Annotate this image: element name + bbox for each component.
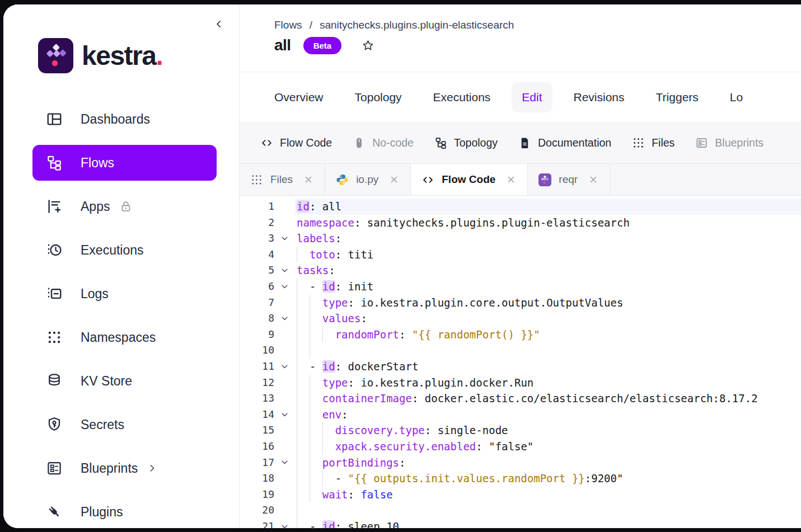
code-text[interactable]: xpack.security.enabled: "false" [294, 439, 801, 455]
toolbar-label: Files [652, 136, 674, 149]
editor-tab-io-py[interactable]: io.py [325, 164, 411, 195]
editor-tab-reqr[interactable]: reqr [528, 164, 610, 195]
code-token: : titi [335, 248, 374, 261]
fold-chevron-icon[interactable] [274, 407, 294, 423]
beta-badge: Beta [303, 37, 342, 54]
code-text[interactable] [294, 342, 801, 359]
toolbar-flow-code[interactable]: Flow Code [260, 136, 332, 149]
code-line[interactable]: 21 - id: sleep_10 [240, 519, 801, 528]
code-line[interactable]: 13 containerImage: docker.elastic.co/ela… [240, 390, 801, 407]
fold-chevron-icon[interactable] [274, 279, 294, 295]
sidebar-item-apps[interactable]: Apps [32, 189, 217, 224]
toolbar-no-code[interactable]: No-code [353, 136, 414, 149]
code-line[interactable]: 4 toto: titi [240, 247, 801, 263]
sidebar-item-namespaces[interactable]: Namespaces [32, 319, 217, 355]
toolbar-label: No-code [372, 136, 414, 149]
fold-chevron-icon[interactable] [274, 262, 294, 279]
fold-spacer [274, 439, 294, 455]
code-line[interactable]: 16 xpack.security.enabled: "false" [240, 439, 801, 455]
code-line[interactable]: 9 randomPort: "{{ randomPort() }}" [240, 327, 801, 343]
code-line[interactable]: 11 - id: dockerStart [240, 359, 801, 375]
code-text[interactable]: - "{{ outputs.init.values.randomPort }}:… [294, 470, 801, 487]
sidebar-item-logs[interactable]: Logs [32, 276, 217, 312]
fold-chevron-icon[interactable] [274, 519, 294, 528]
editor-tab-files[interactable]: Files [240, 164, 325, 195]
code-text[interactable]: portBindings: [294, 455, 801, 471]
code-line[interactable]: 8 values: [240, 310, 801, 327]
sidebar-item-flows[interactable]: Flows [32, 145, 217, 181]
tab-lo[interactable]: Lo [720, 82, 753, 112]
close-icon[interactable] [388, 174, 400, 185]
indent-guide [310, 407, 310, 423]
editor-tab-flow-code[interactable]: Flow Code [411, 164, 528, 195]
code-line[interactable]: 3labels: [240, 230, 801, 247]
tab-revisions[interactable]: Revisions [564, 82, 635, 112]
close-icon[interactable] [303, 174, 314, 185]
title-row: all Beta [274, 36, 801, 54]
close-icon[interactable] [505, 174, 517, 185]
code-text[interactable]: env: [294, 407, 801, 423]
code-line[interactable]: 1id: all [240, 199, 801, 215]
sidebar-item-kv-store[interactable]: KV Store [32, 363, 217, 399]
editor-tab-label: Files [270, 173, 293, 186]
code-line[interactable]: 20 [240, 502, 801, 519]
code-line[interactable]: 19 wait: false [240, 487, 801, 503]
code-token: : [335, 232, 341, 244]
code-text[interactable]: labels: [294, 230, 801, 247]
tab-executions[interactable]: Executions [423, 82, 501, 112]
indent-guide [322, 327, 323, 343]
indent-guide [297, 502, 297, 519]
indent-guide [297, 470, 297, 487]
code-text[interactable]: - id: dockerStart [294, 359, 801, 375]
code-text[interactable]: values: [294, 310, 801, 327]
toolbar-documentation[interactable]: Documentation [518, 136, 611, 149]
code-line[interactable]: 18 - "{{ outputs.init.values.randomPort … [240, 470, 801, 487]
toolbar-topology[interactable]: Topology [434, 136, 498, 149]
code-text[interactable]: namespace: sanitychecks.plugins.plugin-e… [294, 215, 801, 231]
code-line[interactable]: 6 - id: init [240, 279, 801, 295]
logo[interactable]: kestra. [38, 38, 239, 73]
code-text[interactable]: id: all [294, 199, 801, 215]
tab-overview[interactable]: Overview [264, 82, 334, 112]
code-text[interactable]: randomPort: "{{ randomPort() }}" [294, 327, 801, 343]
tab-topology[interactable]: Topology [345, 82, 412, 112]
code-text[interactable]: toto: titi [294, 247, 801, 263]
code-line[interactable]: 5tasks: [240, 262, 801, 279]
code-text[interactable]: containerImage: docker.elastic.co/elasti… [294, 390, 801, 407]
code-line[interactable]: 17 portBindings: [240, 455, 801, 471]
star-icon[interactable] [362, 39, 374, 52]
code-text[interactable]: tasks: [294, 262, 801, 279]
sidebar-collapse-button[interactable] [213, 18, 224, 30]
code-line[interactable]: 14 env: [240, 407, 801, 423]
indent-guide [310, 455, 310, 471]
sidebar-item-executions[interactable]: Executions [32, 232, 217, 268]
fold-chevron-icon[interactable] [274, 310, 294, 327]
code-text[interactable] [294, 502, 801, 519]
code-line[interactable]: 12 type: io.kestra.plugin.docker.Run [240, 375, 801, 391]
code-line[interactable]: 15 discovery.type: single-node [240, 422, 801, 439]
code-text[interactable]: discovery.type: single-node [294, 422, 801, 439]
fold-chevron-icon[interactable] [274, 455, 294, 471]
fold-chevron-icon[interactable] [274, 359, 294, 375]
sidebar-item-dashboards[interactable]: Dashboards [32, 101, 217, 137]
code-line[interactable]: 7 type: io.kestra.plugin.core.output.Out… [240, 295, 801, 311]
tab-edit[interactable]: Edit [512, 82, 552, 112]
fold-chevron-icon[interactable] [274, 230, 294, 247]
code-editor[interactable]: 1id: all2namespace: sanitychecks.plugins… [240, 196, 801, 528]
toolbar-blueprints[interactable]: Blueprints [695, 136, 763, 149]
close-icon[interactable] [588, 174, 599, 185]
toolbar-files[interactable]: Files [632, 136, 674, 149]
code-line[interactable]: 10 [240, 342, 801, 359]
breadcrumb-flows-link[interactable]: Flows [274, 19, 302, 31]
code-text[interactable]: - id: sleep_10 [294, 519, 801, 528]
code-text[interactable]: - id: init [294, 279, 801, 295]
code-text[interactable]: type: io.kestra.plugin.core.output.Outpu… [294, 295, 801, 311]
tab-triggers[interactable]: Triggers [646, 82, 709, 112]
breadcrumb-namespace-link[interactable]: sanitychecks.plugins.plugin-elasticsearc… [320, 19, 514, 31]
sidebar-item-plugins[interactable]: Plugins [32, 494, 217, 528]
code-text[interactable]: wait: false [294, 487, 801, 503]
sidebar-item-blueprints[interactable]: Blueprints [32, 450, 217, 486]
sidebar-item-secrets[interactable]: Secrets [32, 407, 217, 442]
code-text[interactable]: type: io.kestra.plugin.docker.Run [294, 375, 801, 391]
code-line[interactable]: 2namespace: sanitychecks.plugins.plugin-… [240, 215, 801, 231]
